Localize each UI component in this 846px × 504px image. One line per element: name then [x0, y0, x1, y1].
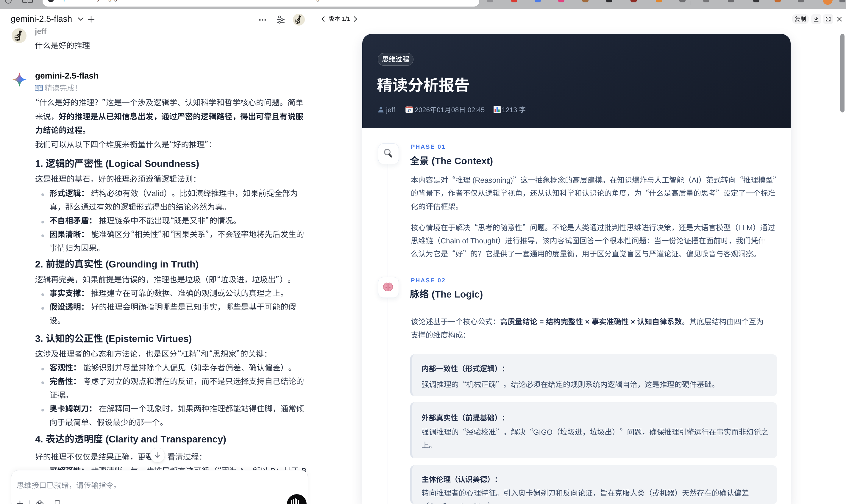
svg-text:17: 17	[407, 109, 411, 112]
